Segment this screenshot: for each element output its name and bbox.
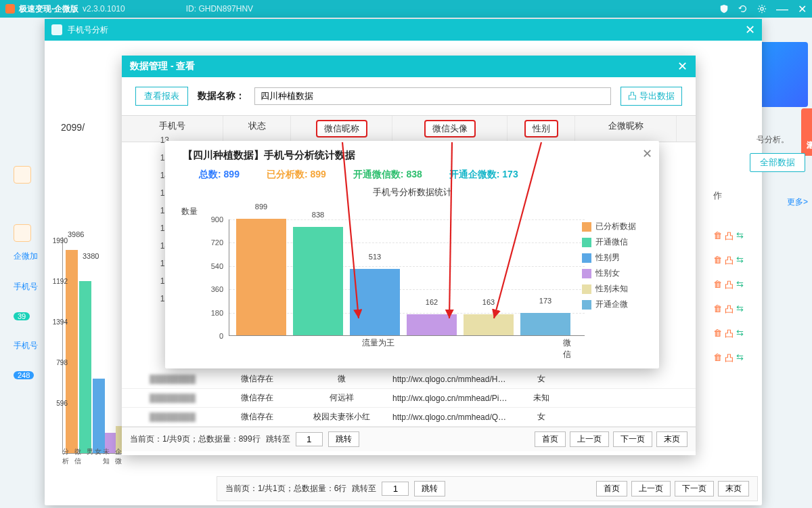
legend-swatch — [582, 269, 591, 278]
legend-label: 开通微信 — [595, 236, 628, 248]
delete-icon[interactable]: 🗑 — [713, 303, 722, 316]
sync-icon[interactable]: ⇆ — [736, 279, 744, 291]
app-title: 极速变现-企微版 — [19, 3, 78, 15]
data-name-label: 数据名称： — [198, 90, 245, 102]
sidebar-icons — [14, 166, 44, 242]
jump-label: 跳转至 — [352, 483, 376, 494]
row-actions: 🗑凸⇆ — [713, 230, 744, 242]
export-icon[interactable]: 凸 — [725, 255, 734, 267]
jump-button[interactable]: 跳转 — [328, 431, 359, 447]
table-row[interactable]: ████████ 微信存在 校园夫妻张小红 http://wx.qlogo.cn… — [122, 408, 696, 427]
y-tick: 180 — [211, 309, 223, 317]
sync-icon[interactable]: ⇆ — [736, 303, 744, 316]
app-logo-icon — [5, 4, 15, 14]
col-ent-nick[interactable]: 企微昵称 — [575, 116, 677, 142]
cell-status: 微信存在 — [223, 392, 291, 404]
data-name-input[interactable] — [254, 87, 611, 105]
export-icon: 凸 — [628, 90, 637, 102]
jump-input[interactable] — [296, 432, 323, 446]
chart-bar — [236, 219, 286, 335]
export-icon[interactable]: 凸 — [725, 230, 734, 242]
prev-page-button[interactable]: 上一页 — [570, 431, 609, 447]
first-page-button[interactable]: 首页 — [535, 431, 566, 447]
sidebar-icon[interactable] — [14, 166, 31, 184]
xlabel: 女 — [95, 447, 102, 466]
close-icon[interactable]: ✕ — [677, 59, 687, 74]
page-info: 当前页：1/共1页；总数据量：6行 — [225, 483, 346, 494]
legend-item: 开通微信 — [582, 236, 650, 248]
delete-icon[interactable]: 🗑 — [713, 352, 722, 364]
next-page-button[interactable]: 下一页 — [613, 431, 652, 447]
refresh-icon[interactable] — [738, 4, 748, 14]
app-titlebar: 极速变现-企微版 v2.3.0.1010 ID: GHDN897HNV — ✕ — [0, 0, 812, 18]
y-tick: 900 — [211, 215, 223, 224]
cell-avatar: http://wx.qlogo.cn/mmhead/Hp9H… — [392, 375, 508, 384]
jump-input[interactable] — [382, 482, 409, 496]
sync-icon[interactable]: ⇆ — [736, 352, 744, 364]
minimize-icon[interactable]: — — [776, 2, 788, 16]
badge: 248 — [14, 371, 34, 379]
legend-label: 性别未知 — [595, 283, 628, 295]
view-report-button[interactable]: 查看报表 — [135, 87, 188, 106]
jump-button[interactable]: 跳转 — [414, 481, 445, 496]
bar-value: 163 — [464, 298, 514, 306]
delete-icon[interactable]: 🗑 — [713, 328, 722, 340]
cell-nick: 微 — [291, 373, 392, 385]
sync-icon[interactable]: ⇆ — [736, 328, 744, 340]
col-wx-nick[interactable]: 微信昵称 — [291, 116, 392, 142]
sync-icon[interactable]: ⇆ — [736, 255, 744, 267]
table-row[interactable]: ████████ 微信存在 微 http://wx.qlogo.cn/mmhea… — [122, 370, 696, 389]
col-phone[interactable]: 手机号 — [122, 116, 223, 142]
ytick: 596 — [47, 400, 68, 407]
cat-entwx[interactable]: 企微加 — [14, 251, 47, 262]
bar-value: 899 — [236, 203, 286, 211]
gear-icon[interactable] — [757, 4, 767, 14]
popup-stats: 总数: 899 已分析数: 899 开通微信数: 838 开通企微数: 173 — [165, 166, 659, 181]
col-status[interactable]: 状态 — [223, 116, 291, 142]
col-gender[interactable]: 性别 — [508, 116, 575, 142]
export-icon[interactable]: 凸 — [725, 352, 734, 364]
activation-ribbon: 未激活 — [801, 108, 812, 156]
prev-page-button[interactable]: 上一页 — [631, 481, 671, 496]
export-icon[interactable]: 凸 — [725, 303, 734, 316]
export-icon[interactable]: 凸 — [725, 328, 734, 340]
xlabel: 分析 — [62, 447, 73, 466]
delete-icon[interactable]: 🗑 — [713, 279, 722, 291]
chart-legend: 已分析数据开通微信性别男性别女性别未知开通企微 — [582, 221, 650, 314]
table-row[interactable]: ████████ 微信存在 何远祥 http://wx.qlogo.cn/mmh… — [122, 389, 696, 408]
legend-item: 开通企微 — [582, 299, 650, 310]
close-icon[interactable]: ✕ — [642, 146, 652, 161]
cat-phone1[interactable]: 手机号 — [14, 281, 47, 293]
stat-analyzed: 已分析数: 899 — [267, 169, 326, 181]
cell-avatar: http://wx.qlogo.cn/mmhead/Q3au… — [392, 412, 508, 422]
sync-icon[interactable]: ⇆ — [736, 230, 744, 242]
more-link[interactable]: 更多> — [787, 196, 808, 208]
legend-label: 性别女 — [595, 268, 620, 279]
first-page-button[interactable]: 首页 — [596, 481, 627, 496]
delete-icon[interactable]: 🗑 — [713, 230, 722, 242]
legend-swatch — [582, 284, 591, 294]
ytick: 1990 — [47, 237, 68, 245]
close-icon[interactable]: ✕ — [745, 22, 755, 37]
sidebar-icon[interactable] — [14, 224, 31, 242]
stats-popup: ✕ 【四川种植数据】手机号分析统计数据 总数: 899 已分析数: 899 开通… — [165, 141, 659, 368]
export-icon[interactable]: 凸 — [725, 279, 734, 291]
stat-total: 总数: 899 — [199, 169, 240, 181]
chart-bar — [293, 227, 343, 335]
delete-icon[interactable]: 🗑 — [713, 255, 722, 267]
popup-title: 【四川种植数据】手机号分析统计数据 — [165, 141, 659, 166]
legend-label: 开通企微 — [595, 299, 628, 310]
close-icon[interactable]: ✕ — [798, 3, 807, 16]
last-page-button[interactable]: 末页 — [656, 431, 687, 447]
last-page-button[interactable]: 末页 — [718, 481, 749, 496]
cell-avatar: http://wx.qlogo.cn/mmhead/Piaj… — [392, 394, 508, 403]
export-button[interactable]: 凸 导出数据 — [621, 87, 682, 106]
col-wx-avatar[interactable]: 微信头像 — [392, 116, 508, 142]
cat-phone2[interactable]: 手机号 — [14, 340, 47, 352]
next-page-button[interactable]: 下一页 — [675, 481, 714, 496]
cell-status: 微信存在 — [223, 411, 291, 423]
bar-value: 162 — [407, 298, 457, 306]
ytick: 798 — [47, 359, 68, 366]
shield-icon[interactable] — [719, 4, 729, 14]
all-data-button[interactable]: 全部数据 — [750, 153, 805, 172]
